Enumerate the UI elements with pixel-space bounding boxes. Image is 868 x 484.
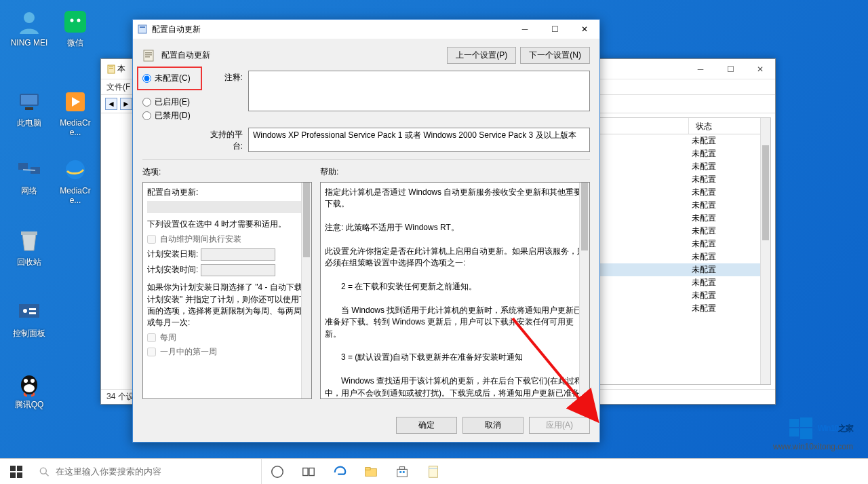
- svg-rect-48: [399, 471, 401, 473]
- next-setting-button[interactable]: 下一个设置(N): [520, 47, 590, 64]
- radio-unconfigured-highlight: 未配置(C): [137, 67, 202, 90]
- nav-fwd[interactable]: ►: [120, 98, 132, 110]
- svg-point-0: [24, 12, 35, 23]
- media-icon: [62, 88, 89, 115]
- svg-rect-35: [10, 466, 16, 471]
- cancel-button[interactable]: 取消: [462, 417, 524, 434]
- dialog-titlebar: 配置自动更新 ─ ☐ ✕: [133, 20, 599, 39]
- svg-rect-23: [109, 68, 113, 69]
- options-label: 选项:: [142, 166, 320, 178]
- desktop-icon-media[interactable]: MediaCre...: [54, 88, 96, 137]
- radio-unconfigured[interactable]: 未配置(C): [142, 73, 197, 84]
- desktop-icon-wechat[interactable]: 微信: [54, 8, 96, 48]
- svg-rect-29: [145, 56, 150, 58]
- svg-rect-38: [17, 472, 22, 478]
- dlg-minimize[interactable]: ─: [510, 20, 540, 39]
- dlg-maximize[interactable]: ☐: [540, 20, 570, 39]
- desktop-icon-pc[interactable]: 此电脑: [8, 88, 50, 128]
- comment-label: 注释:: [208, 71, 248, 124]
- nav-back[interactable]: ◄: [105, 98, 117, 110]
- watermark: Win10之家 www.win10xitong.com: [773, 415, 853, 451]
- net-icon: [16, 156, 43, 183]
- qq-icon: [16, 370, 43, 397]
- radio-enabled[interactable]: 已启用(E): [142, 96, 208, 108]
- svg-line-10: [23, 170, 35, 170]
- column-state[interactable]: 状态: [689, 118, 770, 134]
- desktop-icon-label: NING MEI: [8, 38, 50, 48]
- chk-first-week[interactable]: 一月中的第一周: [147, 346, 307, 358]
- svg-rect-27: [145, 52, 152, 54]
- desktop-icon-ctrl[interactable]: 控制面板: [8, 299, 50, 338]
- platform-label: 支持的平台:: [208, 128, 248, 152]
- desktop-icon-label: 腾讯QQ: [8, 400, 50, 409]
- prev-setting-button[interactable]: 上一个设置(P): [447, 47, 516, 64]
- svg-point-41: [272, 466, 283, 477]
- svg-rect-50: [429, 466, 438, 477]
- desktop-icon-label: 微信: [54, 38, 96, 48]
- svg-rect-34: [800, 428, 812, 439]
- start-button[interactable]: [0, 459, 33, 484]
- help-scrollbar[interactable]: [579, 183, 589, 398]
- desktop-icon-label: MediaCre...: [54, 186, 96, 205]
- wechat-icon: [62, 8, 89, 35]
- apply-button[interactable]: 应用(A): [529, 417, 590, 434]
- user-icon: [16, 8, 43, 35]
- close-button[interactable]: ✕: [745, 59, 775, 79]
- desktop-icon-label: MediaCre...: [54, 118, 96, 137]
- gpedit-icon: [106, 64, 117, 75]
- svg-rect-15: [29, 308, 36, 310]
- svg-line-40: [45, 473, 48, 476]
- options-panel: 配置自动更新: 下列设置仅在选中 4 时才需要和适用。 自动维护期间执行安装 计…: [142, 182, 312, 399]
- maximize-button[interactable]: ☐: [715, 59, 745, 79]
- svg-point-11: [66, 160, 85, 179]
- desktop-icon-user[interactable]: NING MEI: [8, 8, 50, 48]
- svg-rect-43: [309, 468, 314, 475]
- minimize-button[interactable]: ─: [686, 59, 715, 79]
- svg-point-2: [71, 19, 74, 22]
- win10-logo-icon: [788, 416, 815, 442]
- radio-disabled[interactable]: 已禁用(D): [142, 110, 208, 122]
- ok-button[interactable]: 确定: [396, 417, 457, 434]
- policy-header-icon: [142, 49, 156, 62]
- svg-rect-37: [10, 472, 16, 478]
- store-icon[interactable]: [387, 459, 418, 484]
- cortana-icon[interactable]: [262, 459, 293, 484]
- scheduled-time-dropdown[interactable]: [201, 264, 275, 276]
- desktop-icon-ie[interactable]: MediaCre...: [54, 156, 96, 205]
- task-view-icon[interactable]: [293, 459, 324, 484]
- search-input[interactable]: [56, 466, 261, 477]
- svg-rect-28: [145, 54, 152, 56]
- comment-field[interactable]: [248, 71, 590, 111]
- svg-rect-42: [303, 468, 308, 475]
- desktop-icon-net[interactable]: 网络: [8, 156, 50, 196]
- explorer-icon[interactable]: [355, 459, 387, 484]
- ctrl-icon: [16, 299, 43, 326]
- gpedit-title: 本: [117, 63, 125, 75]
- ie-icon: [62, 156, 89, 183]
- dlg-close[interactable]: ✕: [570, 20, 599, 39]
- help-label: 帮助:: [320, 166, 338, 178]
- svg-rect-22: [109, 67, 113, 67]
- chk-auto-maint[interactable]: 自动维护期间执行安装: [147, 234, 307, 245]
- desktop-icon-bin[interactable]: 回收站: [8, 227, 50, 267]
- svg-rect-1: [64, 11, 86, 33]
- policy-icon: [137, 24, 148, 35]
- scheduled-day-dropdown[interactable]: [201, 248, 275, 261]
- svg-point-20: [31, 379, 35, 383]
- svg-rect-32: [800, 417, 812, 427]
- svg-point-39: [40, 468, 46, 474]
- bin-icon: [16, 227, 43, 255]
- svg-rect-47: [399, 466, 404, 469]
- svg-rect-46: [397, 469, 408, 477]
- desktop-icon-qq[interactable]: 腾讯QQ: [8, 370, 50, 409]
- options-scrollbar[interactable]: [301, 183, 311, 398]
- scrollbar[interactable]: [760, 118, 770, 384]
- chk-weekly[interactable]: 每周: [147, 332, 307, 343]
- edge-icon[interactable]: [324, 459, 355, 484]
- svg-rect-13: [19, 304, 39, 318]
- svg-rect-25: [140, 26, 145, 28]
- desktop-icon-label: 控制面板: [8, 329, 50, 338]
- svg-rect-21: [108, 65, 115, 73]
- notepad-task-icon[interactable]: [418, 459, 449, 484]
- search-box[interactable]: [33, 459, 262, 484]
